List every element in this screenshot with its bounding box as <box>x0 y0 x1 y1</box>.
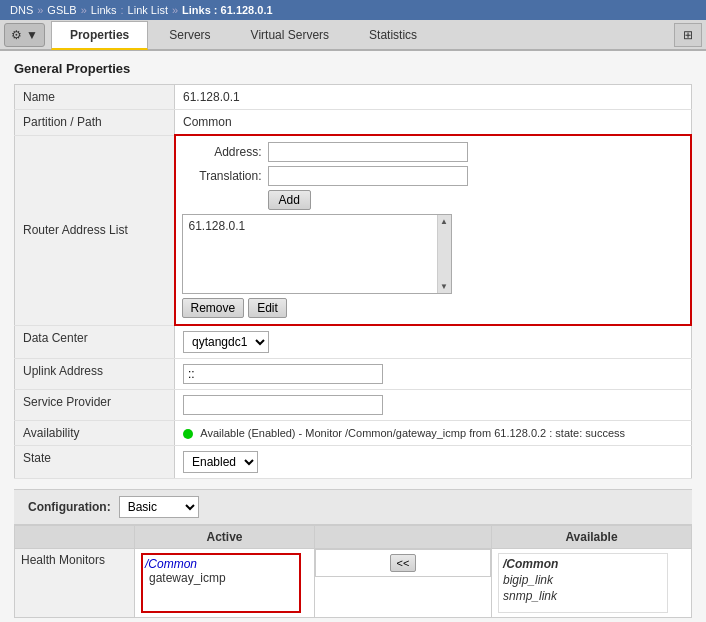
remove-button[interactable]: Remove <box>182 298 245 318</box>
address-input[interactable] <box>268 142 468 162</box>
datacenter-cell: qytangdc1 <box>175 325 692 359</box>
state-select[interactable]: Enabled <box>183 451 258 473</box>
translation-input[interactable] <box>268 166 468 186</box>
sep1: » <box>37 4 43 16</box>
provider-input[interactable] <box>183 395 383 415</box>
tab-virtual-servers[interactable]: Virtual Servers <box>232 21 348 48</box>
monitor-active-path: /Common <box>145 557 297 571</box>
expand-button[interactable]: ⊞ <box>674 23 702 47</box>
router-address-cell: Address: Translation: Add <box>175 135 692 325</box>
breadcrumb-gslb: GSLB <box>47 4 76 16</box>
tab-statistics[interactable]: Statistics <box>350 21 436 48</box>
monitor-active-monitor: gateway_icmp <box>145 571 297 585</box>
router-address-row: Router Address List Address: Translation… <box>15 135 692 325</box>
state-row: State Enabled <box>15 446 692 479</box>
uplink-label: Uplink Address <box>15 359 175 390</box>
config-label: Configuration: <box>28 500 111 514</box>
availability-label: Availability <box>15 421 175 446</box>
addr-list-box[interactable]: 61.128.0.1 ▲ ▼ <box>182 214 452 294</box>
sep3: : <box>121 4 124 16</box>
scroll-down-arrow[interactable]: ▼ <box>438 280 450 293</box>
avail-item-common: /Common <box>501 556 665 572</box>
properties-table: Name 61.128.0.1 Partition / Path Common … <box>14 84 692 479</box>
transfer-button[interactable]: << <box>390 554 417 572</box>
availability-text: Available (Enabled) - Monitor /Common/ga… <box>200 427 625 439</box>
uplink-cell <box>175 359 692 390</box>
config-mode-select[interactable]: Basic <box>119 496 199 518</box>
uplink-row: Uplink Address <box>15 359 692 390</box>
state-label: State <box>15 446 175 479</box>
breadcrumb-links: Links <box>91 4 117 16</box>
monitors-table: Active Available Health Monitors /Common… <box>14 525 692 618</box>
gear-icon: ⚙ <box>11 28 22 42</box>
name-label: Name <box>15 85 175 110</box>
availability-cell: Available (Enabled) - Monitor /Common/ga… <box>175 421 692 446</box>
list-scrollbar: ▲ ▼ <box>437 215 451 293</box>
transfer-header <box>315 526 492 549</box>
router-address-label: Router Address List <box>15 135 175 325</box>
addr-list-container: 61.128.0.1 ▲ ▼ <box>182 214 452 294</box>
datacenter-row: Data Center qytangdc1 <box>15 325 692 359</box>
monitor-transfer-cell: << <box>315 549 491 577</box>
sep2: » <box>81 4 87 16</box>
provider-cell <box>175 390 692 421</box>
availability-dot <box>183 429 193 439</box>
partition-value: Common <box>175 110 692 136</box>
tab-bar: ⚙ ▼ Properties Servers Virtual Servers S… <box>0 20 706 51</box>
add-row: Add <box>182 190 685 210</box>
available-header: Available <box>492 526 692 549</box>
expand-icon: ⊞ <box>683 28 693 42</box>
config-header: Configuration: Basic <box>14 489 692 525</box>
datacenter-label: Data Center <box>15 325 175 359</box>
address-label: Address: <box>182 145 262 159</box>
health-monitors-label: Health Monitors <box>15 549 135 618</box>
gear-arrow: ▼ <box>26 28 38 42</box>
router-addr-inner: Address: Translation: Add <box>182 142 685 318</box>
breadcrumb-dns: DNS <box>10 4 33 16</box>
breadcrumb-linklist: Link List <box>128 4 168 16</box>
gear-menu[interactable]: ⚙ ▼ <box>4 23 45 47</box>
remove-edit-row: Remove Edit <box>182 298 685 318</box>
provider-row: Service Provider <box>15 390 692 421</box>
add-button[interactable]: Add <box>268 190 311 210</box>
partition-row: Partition / Path Common <box>15 110 692 136</box>
monitor-available-box[interactable]: /Common bigip_link snmp_link <box>498 553 668 613</box>
avail-item-snmp: snmp_link <box>501 588 665 604</box>
datacenter-select[interactable]: qytangdc1 <box>183 331 269 353</box>
sep4: » <box>172 4 178 16</box>
translation-row: Translation: <box>182 166 685 186</box>
name-row: Name 61.128.0.1 <box>15 85 692 110</box>
monitor-active-cell: /Common gateway_icmp <box>135 549 315 618</box>
main-content: General Properties Name 61.128.0.1 Parti… <box>0 51 706 622</box>
monitor-available-cell: /Common bigip_link snmp_link <box>492 549 692 618</box>
name-value: 61.128.0.1 <box>175 85 692 110</box>
active-header: Active <box>135 526 315 549</box>
avail-item-bigip: bigip_link <box>501 572 665 588</box>
state-cell: Enabled <box>175 446 692 479</box>
addr-list-item: 61.128.0.1 <box>187 217 433 235</box>
monitors-header-row: Active Available <box>15 526 692 549</box>
uplink-input[interactable] <box>183 364 383 384</box>
monitors-row-label <box>15 526 135 549</box>
monitor-active-box[interactable]: /Common gateway_icmp <box>141 553 301 613</box>
addr-list-content: 61.128.0.1 <box>183 215 437 293</box>
breadcrumb: DNS » GSLB » Links : Link List » Links :… <box>0 0 706 20</box>
scroll-up-arrow[interactable]: ▲ <box>438 215 450 228</box>
partition-label: Partition / Path <box>15 110 175 136</box>
section-title: General Properties <box>14 61 692 76</box>
tab-servers[interactable]: Servers <box>150 21 229 48</box>
breadcrumb-current: Links : 61.128.0.1 <box>182 4 273 16</box>
address-row: Address: <box>182 142 685 162</box>
tab-properties[interactable]: Properties <box>51 21 148 50</box>
availability-row: Availability Available (Enabled) - Monit… <box>15 421 692 446</box>
health-monitors-row: Health Monitors /Common gateway_icmp << … <box>15 549 692 618</box>
provider-label: Service Provider <box>15 390 175 421</box>
config-section: Configuration: Basic Active Available He… <box>14 489 692 618</box>
translation-label: Translation: <box>182 169 262 183</box>
edit-button[interactable]: Edit <box>248 298 287 318</box>
